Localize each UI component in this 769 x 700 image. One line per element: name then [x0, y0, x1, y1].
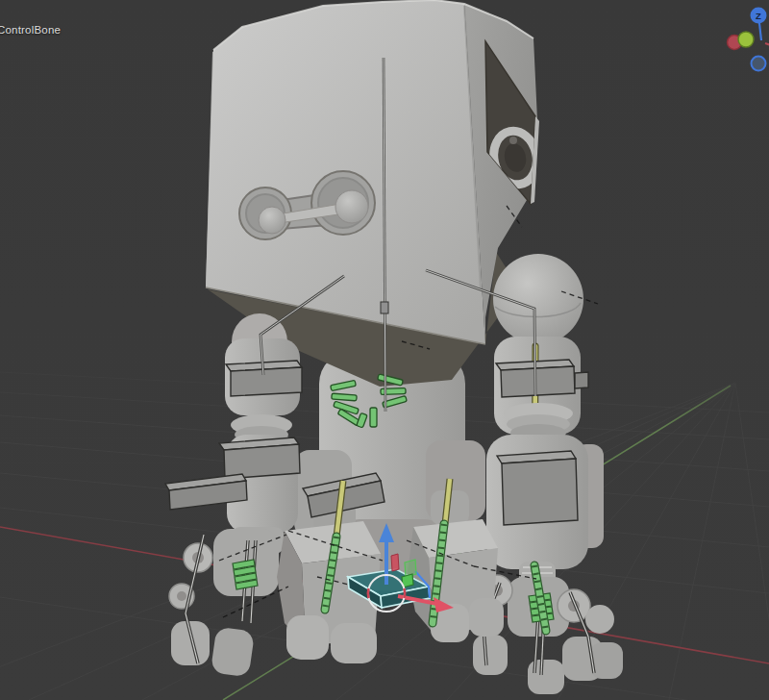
axis-y-ball[interactable]: [738, 32, 754, 47]
gizmo-x-plane-handle[interactable]: [391, 554, 399, 571]
left-hand[interactable]: [169, 529, 279, 678]
control-box-left-elbow[interactable]: [219, 438, 300, 479]
left-eye: [259, 207, 285, 234]
viewport-canvas[interactable]: [0, 0, 769, 700]
blender-3d-viewport[interactable]: ControlBone Z: [0, 0, 769, 700]
right-arm[interactable]: [486, 337, 604, 590]
axis-z-neg-ball[interactable]: [752, 57, 766, 71]
axis-z-label: Z: [756, 11, 761, 21]
green-coil-left-wrist[interactable]: [233, 560, 258, 589]
navigation-gizmo[interactable]: Z: [702, 0, 769, 87]
right-eye: [335, 190, 368, 223]
control-box-right-elbow[interactable]: [497, 451, 578, 525]
active-bone-label: ControlBone: [0, 24, 61, 36]
